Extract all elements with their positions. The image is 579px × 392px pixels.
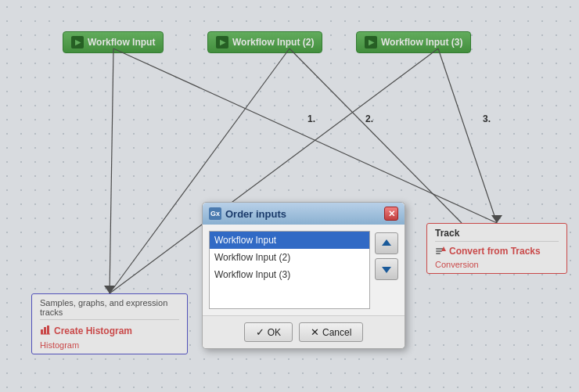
dialog-list[interactable]: Workflow Input Workflow Input (2) Workfl… [209,231,370,309]
move-up-button[interactable] [375,232,398,254]
order-inputs-dialog: Gx Order inputs ✕ Workflow Input Workflo… [202,202,405,349]
svg-marker-16 [382,239,391,246]
dialog-controls [375,231,398,309]
gx-icon: Gx [209,207,221,220]
list-item-2[interactable]: Workflow Input (2) [210,249,369,266]
dialog-titlebar: Gx Order inputs ✕ [203,203,405,225]
dialog-title: Order inputs [225,208,286,220]
svg-marker-17 [382,267,391,273]
dialog-title-left: Gx Order inputs [209,207,286,220]
dialog-footer: ✓ OK ✕ Cancel [203,315,405,348]
move-down-button[interactable] [375,258,398,280]
ok-label: OK [268,327,281,338]
dialog-close-button[interactable]: ✕ [384,207,398,221]
ok-button[interactable]: ✓ OK [244,322,293,342]
list-item-1[interactable]: Workflow Input [210,232,369,249]
ok-icon: ✓ [256,326,264,338]
cancel-button[interactable]: ✕ Cancel [299,322,363,342]
list-item-3[interactable]: Workflow Input (3) [210,266,369,283]
cancel-icon: ✕ [311,326,319,338]
cancel-label: Cancel [322,327,351,338]
dialog-body: Workflow Input Workflow Input (2) Workfl… [203,225,405,315]
